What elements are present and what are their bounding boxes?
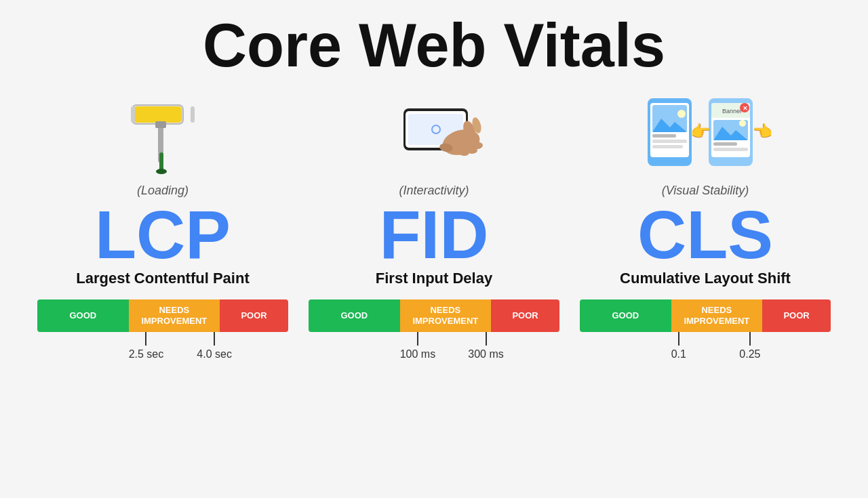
- svg-rect-27: [652, 145, 683, 148]
- svg-point-24: [677, 110, 686, 118]
- vital-card-fid: (Interactivity) FID First Input Delay GO…: [309, 85, 559, 366]
- fid-marker1: 100 ms: [400, 332, 435, 360]
- lcp-needs-segment: NEEDS IMPROVEMENT: [129, 299, 220, 332]
- svg-rect-26: [652, 140, 687, 143]
- cls-scale: GOOD NEEDS IMPROVEMENT POOR 0.1 0.25: [580, 299, 831, 366]
- lcp-markers: 2.5 sec 4.0 sec: [37, 332, 288, 366]
- svg-rect-25: [652, 134, 676, 138]
- fid-category: (Interactivity): [399, 184, 469, 198]
- fid-poor-segment: POOR: [491, 299, 559, 332]
- cls-good-segment: GOOD: [580, 299, 671, 332]
- fid-icon: [366, 85, 502, 180]
- cls-name: Cumulative Layout Shift: [620, 270, 791, 287]
- svg-text:👉: 👉: [753, 121, 773, 141]
- fid-marker2: 300 ms: [468, 332, 503, 360]
- fid-good-segment: GOOD: [309, 299, 400, 332]
- lcp-acronym: LCP: [95, 201, 231, 268]
- lcp-category: (Loading): [137, 184, 189, 198]
- svg-point-36: [739, 120, 746, 127]
- fid-markers: 100 ms 300 ms: [309, 332, 559, 366]
- svg-point-8: [156, 169, 167, 174]
- svg-rect-5: [191, 106, 195, 123]
- lcp-marker1: 2.5 sec: [129, 332, 164, 360]
- lcp-name: Largest Contentful Paint: [76, 270, 249, 287]
- svg-rect-3: [134, 106, 182, 123]
- vitals-grid: (Loading) LCP Largest Contentful Paint G…: [27, 85, 841, 366]
- vital-card-lcp: (Loading) LCP Largest Contentful Paint G…: [37, 85, 288, 366]
- fid-scale: GOOD NEEDS IMPROVEMENT POOR 100 ms 300 m…: [309, 299, 559, 366]
- svg-rect-37: [713, 142, 737, 146]
- svg-rect-7: [159, 152, 163, 171]
- fid-needs-segment: NEEDS IMPROVEMENT: [400, 299, 492, 332]
- cls-marker1: 0.1: [671, 332, 686, 360]
- lcp-good-segment: GOOD: [37, 299, 129, 332]
- fid-scale-bar: GOOD NEEDS IMPROVEMENT POOR: [309, 299, 559, 332]
- lcp-scale-bar: GOOD NEEDS IMPROVEMENT POOR: [37, 299, 288, 332]
- page-title: Core Web Vitals: [203, 14, 665, 78]
- lcp-poor-segment: POOR: [220, 299, 288, 332]
- cls-icon: Banner ✕ 👉 👉: [637, 85, 773, 180]
- lcp-marker2: 4.0 sec: [197, 332, 232, 360]
- lcp-scale: GOOD NEEDS IMPROVEMENT POOR 2.5 sec 4.0 …: [37, 299, 288, 366]
- cls-needs-segment: NEEDS IMPROVEMENT: [671, 299, 763, 332]
- vital-card-cls: Banner ✕ 👉 👉 (Visual Stability) CLS Cumu…: [580, 85, 831, 366]
- cls-poor-segment: POOR: [762, 299, 831, 332]
- cls-category: (Visual Stability): [662, 184, 749, 198]
- svg-rect-4: [131, 106, 135, 123]
- lcp-icon: [119, 85, 207, 180]
- cls-acronym: CLS: [637, 201, 773, 268]
- cls-marker2: 0.25: [739, 332, 760, 360]
- svg-text:Banner: Banner: [722, 108, 742, 115]
- svg-rect-6: [155, 121, 166, 128]
- svg-text:✕: ✕: [743, 105, 748, 112]
- svg-rect-38: [713, 148, 748, 151]
- cls-markers: 0.1 0.25: [580, 332, 831, 366]
- fid-name: First Input Delay: [376, 270, 492, 287]
- fid-acronym: FID: [379, 201, 488, 268]
- svg-text:👉: 👉: [690, 121, 711, 141]
- cls-scale-bar: GOOD NEEDS IMPROVEMENT POOR: [580, 299, 831, 332]
